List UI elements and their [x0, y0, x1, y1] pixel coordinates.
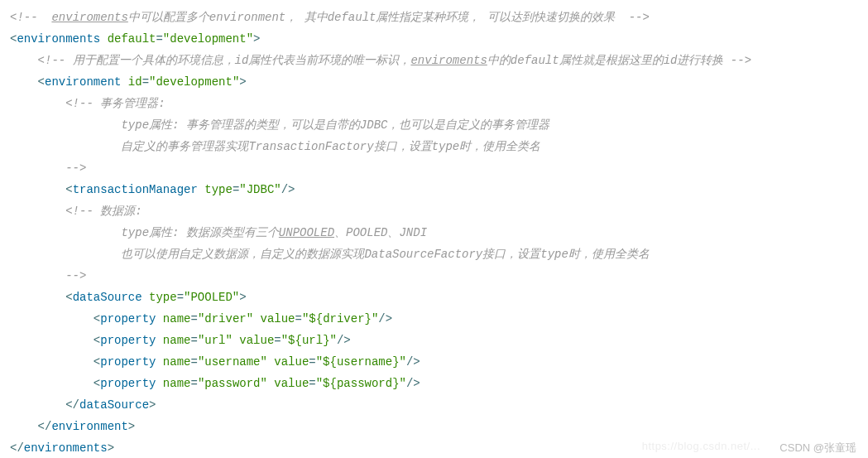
code-line: 也可以使用自定义数据源，自定义的数据源实现DataSourceFactory接口…: [10, 243, 858, 265]
code-block: <!-- enviroments中可以配置多个environment， 其中de…: [10, 7, 858, 458]
code-line: type属性: 数据源类型有三个UNPOOLED、POOLED、JNDI: [10, 222, 858, 243]
code-line: </dataSource>: [10, 394, 858, 416]
code-line: <!-- 用于配置一个具体的环境信息，id属性代表当前环境的唯一标识，envir…: [10, 50, 858, 71]
code-line: <property name="driver" value="${driver}…: [10, 308, 858, 330]
code-line: 自定义的事务管理器实现TransactionFactory接口，设置type时，…: [10, 136, 858, 157]
code-line: type属性: 事务管理器的类型，可以是自带的JDBC，也可以是自定义的事务管理…: [10, 114, 858, 136]
code-line: </environment>: [10, 416, 858, 437]
code-line: <property name="username" value="${usern…: [10, 351, 858, 373]
code-line: <transactionManager type="JDBC"/>: [10, 179, 858, 200]
code-line: <environments default="development">: [10, 28, 858, 50]
code-line: <environment id="development">: [10, 71, 858, 93]
code-line: <!-- 事务管理器:: [10, 93, 858, 114]
code-line: </environments>: [10, 437, 858, 458]
code-line: -->: [10, 265, 858, 287]
code-line: -->: [10, 157, 858, 179]
code-line: <!-- enviroments中可以配置多个environment， 其中de…: [10, 7, 858, 28]
code-line: <property name="password" value="${passw…: [10, 373, 858, 394]
code-line: <dataSource type="POOLED">: [10, 287, 858, 308]
code-line: <!-- 数据源:: [10, 200, 858, 222]
code-line: <property name="url" value="${url}"/>: [10, 330, 858, 351]
